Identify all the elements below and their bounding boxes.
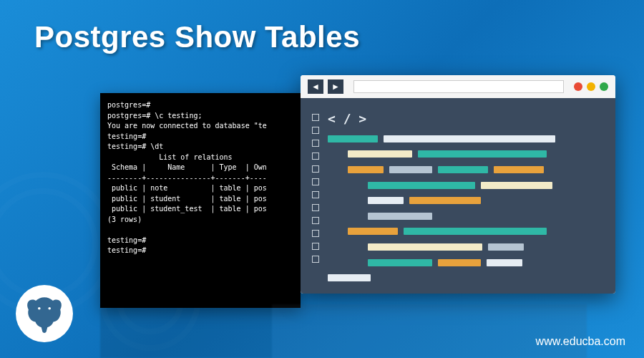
reflection-decoration [100,304,615,358]
editor-titlebar: ◄ ► [301,75,615,98]
maximize-icon[interactable] [600,82,608,91]
svg-point-1 [48,307,51,310]
code-editor-window: ◄ ► < / > [301,75,615,294]
nav-back-button[interactable]: ◄ [308,79,323,94]
page-title: Postgres Show Tables [34,20,360,54]
close-icon[interactable] [574,82,582,91]
terminal-window: postgres=# postgres=# \c testing; You ar… [100,93,301,308]
address-bar[interactable] [353,80,564,93]
code-tag-glyph: < / > [328,111,604,126]
line-gutter [312,110,319,282]
minimize-icon[interactable] [587,82,595,91]
terminal-output: postgres=# postgres=# \c testing; You ar… [107,100,293,256]
footer-url: www.educba.com [536,335,625,348]
nav-forward-button[interactable]: ► [328,79,343,94]
svg-point-0 [38,307,41,310]
code-area: < / > [328,110,604,282]
postgresql-logo [16,285,73,342]
editor-body: < / > [301,98,615,294]
elephant-icon [23,292,66,335]
